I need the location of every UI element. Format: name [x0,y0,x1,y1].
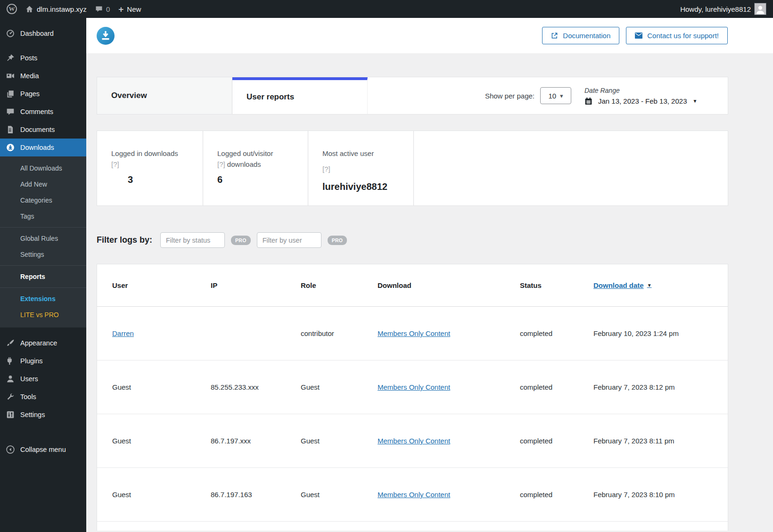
stat-card-logged-in-downloads: Logged in downloads [?] 3 [97,131,203,205]
pro-badge: PRO [231,236,251,245]
submenu-tags[interactable]: Tags [0,208,86,224]
submenu-divider [0,227,86,228]
column-header-download-date[interactable]: Download date ▼ [593,281,728,289]
help-icon[interactable]: [?] [111,160,119,168]
settings-icon [6,410,15,419]
column-header-status: Status [520,281,593,289]
user-link[interactable]: Darren [112,329,134,337]
documentation-button[interactable]: Documentation [542,27,619,44]
submenu-settings[interactable]: Settings [0,246,86,262]
filter-by-status-input[interactable] [160,232,225,248]
status-cell: completed [520,491,593,499]
downloads-icon [6,143,15,152]
download-link[interactable]: Members Only Content [378,383,450,391]
sidebar-item-users[interactable]: Users [0,370,86,388]
pro-badge: PRO [328,236,347,245]
help-icon[interactable]: [?] [217,160,225,168]
submenu-all-downloads[interactable]: All Downloads [0,160,86,176]
stat-card-empty [414,131,728,205]
column-header-ip: IP [211,281,301,289]
contact-support-button[interactable]: Contact us for support! [626,27,728,44]
dashboard-icon [6,29,15,38]
download-link[interactable]: Members Only Content [378,437,450,445]
sidebar-item-label: Pages [20,90,40,98]
contact-support-label: Contact us for support! [647,32,719,40]
tab-overview[interactable]: Overview [97,77,232,114]
ip-cell: 85.255.233.xxx [211,383,301,391]
plus-icon: + [118,5,123,14]
date-cell: February 10, 2023 1:24 pm [593,329,728,337]
sidebar-item-comments[interactable]: Comments [0,103,86,121]
sidebar-item-documents[interactable]: Documents [0,121,86,139]
download-link[interactable]: Members Only Content [378,329,450,337]
sidebar-item-downloads[interactable]: Downloads [0,139,86,156]
plugin-header: Documentation Contact us for support! [86,18,773,53]
sidebar-item-plugins[interactable]: Plugins [0,352,86,370]
stat-card-logged-out-downloads: Logged out/visitor [?] downloads 6 [203,131,308,205]
site-name-link[interactable]: dlm.instawp.xyz [25,5,87,13]
help-icon[interactable]: [?] [322,165,330,173]
date-range-picker[interactable]: Jan 13, 2023 - Feb 13, 2023 ▼ [584,97,712,105]
sort-desc-icon: ▼ [647,283,652,288]
table-row: Guest 86.7.197.xxx Guest Members Only Co… [97,414,728,468]
howdy-label: Howdy, lurehiviye8812 [680,5,751,13]
filter-by-user-input[interactable] [257,232,321,248]
sidebar-item-label: Tools [20,393,36,401]
filter-logs-label: Filter logs by: [97,235,152,245]
caret-down-icon: ▼ [692,98,697,104]
stat-value: lurehiviye8812 [322,181,413,192]
table-header-row: User IP Role Download Status Download da… [97,264,728,307]
collapse-arrow-icon [6,445,15,454]
submenu-lite-vs-pro[interactable]: LITE vs PRO [0,307,86,323]
per-page-value: 10 [548,92,556,100]
sidebar-item-media[interactable]: Media [0,67,86,85]
sidebar-item-label: Documents [20,126,55,133]
wordpress-logo-icon[interactable]: W [7,4,17,14]
sidebar-item-appearance[interactable]: Appearance [0,334,86,352]
comment-bubble-icon [95,5,103,13]
submenu-divider [0,265,86,266]
ip-cell: 86.7.197.xxx [211,437,301,445]
sidebar-item-posts[interactable]: Posts [0,49,86,67]
comments-count: 0 [106,5,110,13]
sidebar-item-tools[interactable]: Tools [0,388,86,406]
collapse-menu-button[interactable]: Collapse menu [0,441,86,458]
submenu-add-new[interactable]: Add New [0,176,86,192]
new-content-button[interactable]: + New [118,5,141,14]
submenu-reports[interactable]: Reports [0,269,86,285]
tools-icon [6,392,15,401]
submenu-global-rules[interactable]: Global Rules [0,230,86,246]
sidebar-item-dashboard[interactable]: Dashboard [0,25,86,42]
sidebar-item-pages[interactable]: Pages [0,85,86,103]
sidebar-item-settings[interactable]: Settings [0,406,86,424]
sidebar-item-label: Dashboard [20,30,54,37]
collapse-menu-label: Collapse menu [20,446,66,453]
comments-icon [6,107,15,116]
tab-user-reports[interactable]: User reports [232,77,368,114]
user-cell: Guest [112,383,211,391]
table-row: Guest 85.255.233.xxx Guest Members Only … [97,360,728,414]
download-monitor-logo-icon [97,27,115,45]
column-header-user: User [112,281,211,289]
filter-row: Filter logs by: PRO PRO [97,232,773,248]
new-label: New [127,5,141,13]
sidebar-item-label: Downloads [20,144,54,151]
site-name-label: dlm.instawp.xyz [37,5,87,13]
comments-admin-bar-item[interactable]: 0 [95,5,110,13]
home-icon [25,5,33,13]
account-menu[interactable]: Howdy, lurehiviye8812 [680,3,766,15]
download-link[interactable]: Members Only Content [378,491,450,499]
sidebar-item-label: Media [20,72,39,80]
stat-value: 3 [128,174,203,185]
submenu-categories[interactable]: Categories [0,192,86,208]
chevron-down-icon: ▾ [560,92,563,99]
stat-label-suffix: downloads [227,160,261,168]
tab-overview-label: Overview [111,91,147,100]
per-page-select[interactable]: 10 ▾ [540,87,571,104]
user-cell: Guest [112,491,211,499]
submenu-extensions[interactable]: Extensions [0,291,86,307]
sidebar-item-label: Appearance [20,339,57,347]
table-row: Guest 86.7.197.163 Guest Members Only Co… [97,468,728,522]
show-per-page-label: Show per page: [485,92,535,100]
tab-user-reports-label: User reports [247,92,294,102]
